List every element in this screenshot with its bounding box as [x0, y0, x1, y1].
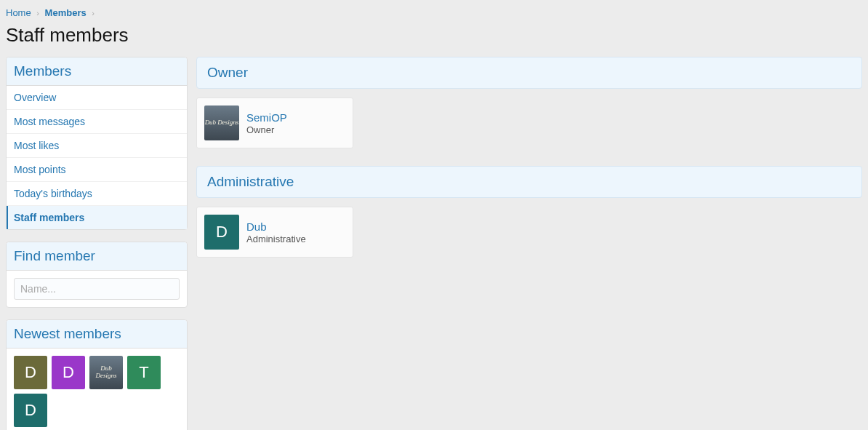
member-avatar[interactable]: Dub Designs — [204, 105, 239, 140]
nav-item-todays-birthdays[interactable]: Today's birthdays — [7, 182, 187, 206]
page-title: Staff members — [6, 24, 862, 47]
find-member-header: Find member — [7, 242, 187, 271]
find-member-input[interactable] — [14, 278, 180, 300]
nav-item-staff-members[interactable]: Staff members — [7, 206, 187, 229]
member-name-link[interactable]: Dub — [246, 220, 267, 233]
newest-avatar-2[interactable]: Dub Designs — [89, 356, 123, 389]
member-grid: DDubAdministrative — [196, 207, 862, 258]
member-card: DDubAdministrative — [196, 207, 353, 258]
member-info: SemiOPOwner — [246, 111, 287, 135]
chevron-right-icon: › — [36, 9, 39, 17]
member-avatar[interactable]: D — [204, 215, 239, 250]
newest-members-block: Newest members DDDub DesignsTD — [6, 319, 188, 430]
newest-members-header: Newest members — [7, 320, 187, 349]
nav-item-most-messages[interactable]: Most messages — [7, 110, 187, 134]
newest-avatar-1[interactable]: D — [52, 356, 85, 389]
chevron-right-icon: › — [92, 9, 95, 17]
member-role: Owner — [246, 124, 287, 135]
breadcrumb-home[interactable]: Home — [6, 7, 31, 18]
newest-avatar-3[interactable]: T — [127, 356, 161, 389]
find-member-block: Find member — [6, 242, 188, 308]
members-nav-header: Members — [7, 57, 187, 86]
member-name-link[interactable]: SemiOP — [246, 111, 287, 124]
section-header: Owner — [196, 57, 862, 89]
section-header: Administrative — [196, 166, 862, 198]
breadcrumb-members[interactable]: Members — [45, 7, 87, 18]
member-card: Dub DesignsSemiOPOwner — [196, 97, 353, 148]
nav-item-most-likes[interactable]: Most likes — [7, 134, 187, 158]
nav-item-overview[interactable]: Overview — [7, 86, 187, 110]
breadcrumb: Home › Members › — [6, 6, 862, 21]
member-grid: Dub DesignsSemiOPOwner — [196, 97, 862, 148]
newest-avatar-4[interactable]: D — [14, 394, 47, 427]
member-role: Administrative — [246, 234, 306, 244]
members-nav-block: Members Overview Most messages Most like… — [6, 57, 188, 230]
members-nav-list: Overview Most messages Most likes Most p… — [7, 86, 187, 229]
member-info: DubAdministrative — [246, 220, 306, 244]
newest-avatar-0[interactable]: D — [14, 356, 47, 389]
nav-item-most-points[interactable]: Most points — [7, 158, 187, 182]
